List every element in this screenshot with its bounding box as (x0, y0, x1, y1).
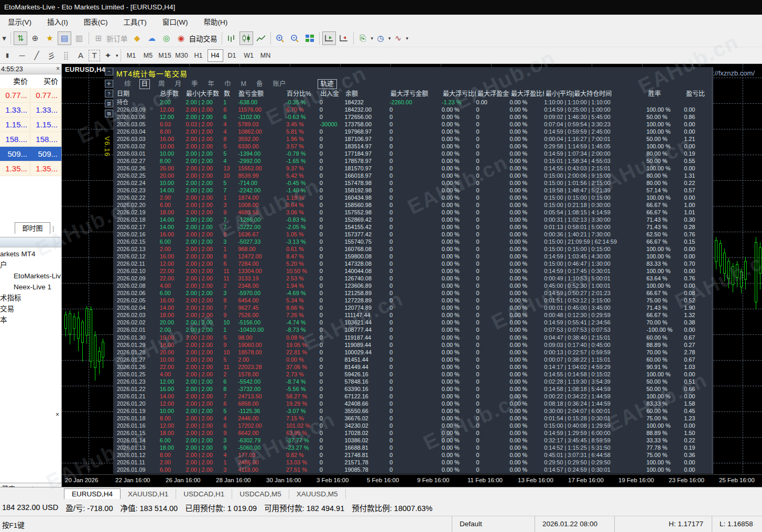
market-watch-row[interactable]: 0.77...0.77... (0, 88, 61, 103)
periods-clock-icon[interactable]: ◷ (374, 31, 387, 45)
stats-row[interactable]: 2026.01.2820.002.00 | 2.001018578.0022.8… (115, 349, 713, 356)
stats-row[interactable]: 2026.01.1910.002.00 | 2.005-1125.36-3.07… (115, 407, 713, 415)
timeframe-h1[interactable]: H1 (191, 49, 206, 62)
auto-trading-icon[interactable]: ◉ (175, 31, 188, 45)
chart-tab-eurusdh4[interactable]: EURUSD,H4 (64, 488, 121, 500)
stats-row[interactable]: 2026.02.1216.002.00 | 2.00812472.008.47 … (115, 253, 713, 260)
horizontal-line-icon[interactable]: ─ (15, 49, 29, 62)
stats-row[interactable]: 2026.02.2314.002.00 | 2.007-2242.00-1.40… (115, 187, 713, 194)
stats-row[interactable]: 2026.02.1814.002.00 | 2.007-1286.00-0.83… (115, 216, 713, 223)
stats-row[interactable]: 2026.01.146.002.00 | 2.003-6302.79-37.77… (115, 437, 713, 444)
stats-row[interactable]: 2026.02.084.002.00 | 2.0022348.001.94 %0… (115, 282, 713, 289)
mode-button-年[interactable]: 年 (206, 80, 216, 89)
stats-row[interactable]: 2026.03.0316.002.00 | 2.0083592.001.96 %… (115, 135, 713, 143)
market-watch-row[interactable]: 1.33...1.33... (0, 103, 61, 117)
shapes-dropdown-icon[interactable]: ▾ (116, 53, 118, 58)
stats-row[interactable]: 2026.02.066.002.00 | 2.003-5970.00-4.69 … (115, 289, 713, 297)
line-chart-icon[interactable] (254, 31, 268, 45)
mode-button-账户[interactable]: 账户 (271, 80, 288, 89)
auto-scroll-icon[interactable] (322, 31, 336, 45)
chart-shift-icon[interactable] (337, 31, 351, 45)
move-panel-icon[interactable]: ✛ (105, 80, 113, 88)
mode-button-周[interactable]: 周 (157, 80, 167, 89)
indicators-icon[interactable]: ∿ (391, 31, 405, 45)
navigator-item[interactable]: 户 (0, 259, 61, 270)
stats-row[interactable]: 2026.01.2012.002.00 | 2.0066858.0019.29 … (115, 400, 713, 407)
stats-row[interactable]: 持仓2.002.00 | 2.001-638.00-0.35 %0184232-… (115, 99, 713, 106)
stats-row[interactable]: 2026.02.1112.002.00 | 2.0067284.005.20 %… (115, 260, 713, 267)
close-icon[interactable]: × (56, 411, 59, 418)
candlestick-chart-icon[interactable] (240, 31, 253, 45)
new-chart-icon[interactable]: ⇅ (14, 31, 27, 45)
navigator-item[interactable]: 交易 (0, 303, 61, 314)
stats-row[interactable]: 2026.01.254.002.00 | 2.0021578.002.73 %0… (115, 371, 713, 378)
cursor-icon[interactable]: ▮ (1, 49, 14, 62)
tile-windows-icon[interactable] (303, 31, 317, 45)
expert-advisors-icon[interactable]: ◆ (130, 31, 144, 45)
navigator-item[interactable]: 本 (0, 314, 61, 325)
stats-row[interactable]: 2026.02.012.002.00 | 2.001-10410.00-8.73… (115, 326, 713, 333)
stats-row[interactable]: 2026.02.2520.002.00 | 2.00108539.995.42 … (115, 172, 713, 179)
stats-row[interactable]: 2026.02.278.002.00 | 2.004-2992.00-1.65 … (115, 157, 713, 165)
stats-row[interactable]: 2026.01.2216.002.00 | 2.008-3732.00-5.56… (115, 385, 713, 393)
mode-button-M[interactable]: M (240, 80, 248, 89)
timeframe-w1[interactable]: W1 (241, 49, 257, 62)
stats-row[interactable]: 2026.03.048.002.00 | 2.00410862.005.81 %… (115, 128, 713, 135)
templates-icon[interactable]: ⎘ (356, 31, 370, 45)
new-order-label[interactable]: 新订单 (106, 33, 128, 44)
stats-row[interactable]: 2026.01.096.002.00 | 2.0034118.0027.51 %… (115, 466, 713, 473)
mode-button-季[interactable]: 季 (190, 80, 200, 89)
auto-trading-label[interactable]: 自动交易 (189, 33, 217, 44)
stats-row[interactable]: 2026.01.1318.002.00 | 2.009-5060.00-23.2… (115, 444, 713, 451)
periods-dropdown-icon[interactable]: ▾ (388, 36, 391, 41)
menu-item-5[interactable]: 帮助(H) (195, 15, 235, 29)
market-watch-row[interactable]: 158....158.... (0, 132, 61, 147)
data-window-icon[interactable]: ▥ (72, 31, 86, 45)
arrows-shapes-icon[interactable]: ✦ (101, 49, 115, 62)
timeframe-m1[interactable]: M1 (124, 49, 139, 62)
timeframe-m5[interactable]: M5 (140, 49, 156, 62)
bar-chart-icon[interactable] (225, 31, 238, 45)
market-watch-icon[interactable]: ▤ (58, 31, 71, 45)
navigator-item[interactable]: Neex-Live 1 (0, 281, 61, 292)
stats-row[interactable]: 2026.01.2114.002.00 | 2.00724713.5058.27… (115, 393, 713, 400)
timeframe-d1[interactable]: D1 (224, 49, 240, 62)
menu-item-4[interactable]: 窗口(W) (155, 15, 196, 29)
menu-item-2[interactable]: 图表(C) (76, 15, 116, 29)
stats-row[interactable]: 2026.02.2626.002.00 | 2.001315552.009.37… (115, 165, 713, 172)
stats-row[interactable]: 2026.02.2410.002.00 | 2.005-714.00-0.45 … (115, 179, 713, 187)
stats-row[interactable]: 2026.01.1612.002.00 | 2.00617202.00101.0… (115, 422, 713, 429)
stats-row[interactable]: 2026.02.1616.002.00 | 2.0081636.671.05 %… (115, 231, 713, 238)
publish-icon[interactable]: ☁ (145, 31, 159, 45)
stats-row[interactable]: 2026.02.0414.002.00 | 2.0079627.458.66 %… (115, 304, 713, 311)
tab-tick-chart[interactable]: 即时图 (15, 222, 50, 234)
minimize-icon[interactable]: − (105, 68, 113, 75)
chart-tab-usdcadm5[interactable]: USDCAD,M5 (232, 489, 289, 500)
stats-row[interactable]: 2026.03.0210.002.00 | 2.0056330.003.57 %… (115, 143, 713, 150)
stats-row[interactable]: 2026.01.188.002.00 | 2.0042446.007.15 %0… (115, 415, 713, 422)
trendline-icon[interactable]: ╱ (30, 49, 43, 62)
chart-tab-xauusdm5[interactable]: XAUUSD,M5 (289, 489, 346, 500)
close-icon[interactable]: × (56, 65, 60, 72)
ban-icon[interactable]: 禁 (105, 100, 113, 107)
navigator-item[interactable]: 术指标 (0, 292, 61, 303)
stats-row[interactable]: 2026.01.128.002.00 | 2.004177.030.82 %02… (115, 451, 713, 459)
timeframe-mn[interactable]: MN (258, 49, 274, 62)
templates-dropdown-icon[interactable]: ▾ (371, 36, 374, 41)
timeframe-m15[interactable]: M15 (157, 49, 173, 62)
stats-row[interactable]: 2026.01.1518.002.00 | 2.0096642.0063.95 … (115, 429, 713, 437)
timeframe-m30[interactable]: M30 (174, 49, 190, 62)
zoom-in-icon[interactable] (274, 31, 287, 45)
stats-row[interactable]: 2026.01.112.002.00 | 2.0012486.0013.03 %… (115, 459, 713, 466)
menu-item-0[interactable]: 显示(V) (0, 15, 39, 29)
chart-tab-xauusdh1[interactable]: XAUUSD,H1 (121, 489, 176, 500)
stats-row[interactable]: 2026.02.1022.002.00 | 2.001113304.0010.5… (115, 267, 713, 275)
mode-button-综[interactable]: 综 (123, 80, 133, 89)
indicators-dropdown-icon[interactable]: ▾ (406, 36, 409, 41)
stats-row[interactable]: 2026.02.1714.002.00 | 2.007-3222.00-2.05… (115, 223, 713, 231)
stats-row[interactable]: 2026.01.3010.002.00 | 2.00598.000.08 %01… (115, 334, 713, 341)
menu-item-1[interactable]: 插入(I) (39, 15, 76, 29)
chart-tab-usdcadh1[interactable]: USDCAD,H1 (176, 489, 232, 500)
market-watch-row[interactable]: 1.15...1.15... (0, 117, 61, 132)
stats-row[interactable]: 2026.02.0516.002.00 | 2.0086454.005.34 %… (115, 297, 713, 304)
